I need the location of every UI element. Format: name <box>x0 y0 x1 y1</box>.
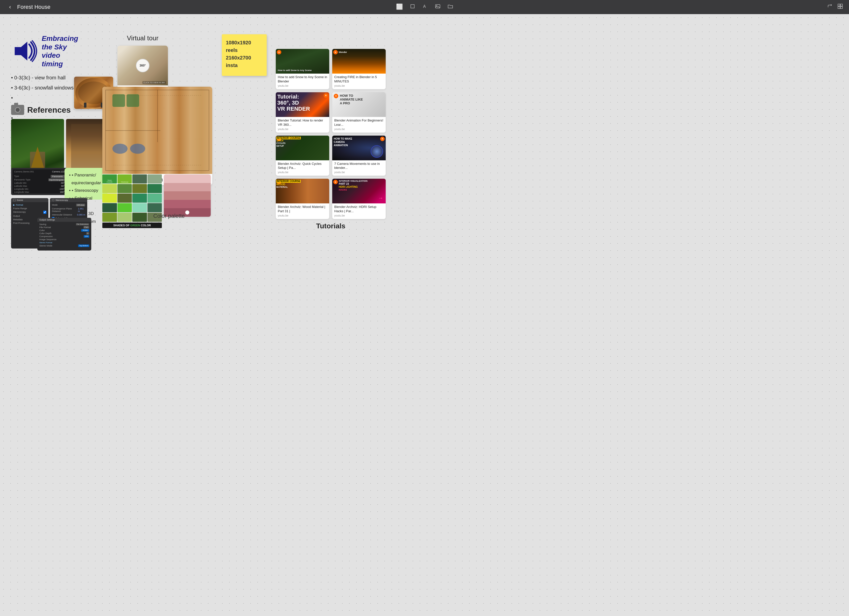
page-title: Forest House <box>17 4 51 10</box>
share-icon[interactable] <box>827 3 833 10</box>
tutorial-thumb-8: B INTERIOR VISUALIZATION PART 23 HDRI LI… <box>332 179 386 204</box>
titlebar: ‹ Forest House ⬜ A <box>0 0 849 14</box>
vt-thumbnail: 360° CLICK TO VIEW IN 360 <box>118 46 168 85</box>
tutorial-thumb-1: B How to add Snow to Any Scene <box>276 49 329 74</box>
svg-rect-8 <box>13 199 15 201</box>
sticky-line-1: 1080x1920 reels <box>226 39 263 54</box>
sticky-line-2: 2160x2700 insta <box>226 54 263 69</box>
color-cell-seafoam <box>147 193 162 202</box>
virtual-tour-title: Virtual tour <box>118 34 168 42</box>
color-cell-fern <box>118 184 132 193</box>
stereo-options-card: • Panoramic/ equirectangular • Stereosco… <box>64 168 107 199</box>
tutorial-info-4: Blender Animation For Beginners! Lear...… <box>332 117 386 132</box>
stereo-item-2: • Stereoscopy <box>69 187 103 195</box>
color-cell-basil <box>133 213 147 222</box>
tutorial-thumb-6: HOW TO MAKECAMERAANIMATION B <box>332 135 386 160</box>
output-panel-body: Saving File Extensions File Format PNG C… <box>37 222 91 248</box>
color-cell-pine <box>102 203 117 212</box>
tutorial-card-7[interactable]: B INTERIOR COURSE WOOD MATERIAL Blender … <box>276 179 329 219</box>
tutorial-title-2: Creating FIRE in Blender in 5 MINUTES <box>334 75 384 84</box>
color-banner: SHADES OF GREEN COLOR <box>102 223 162 228</box>
svg-rect-5 <box>838 7 840 9</box>
color-cell-sage <box>147 174 162 183</box>
back-button[interactable]: ‹ <box>6 3 14 11</box>
svg-point-9 <box>52 199 54 201</box>
titlebar-right <box>827 3 843 10</box>
color-palette-title: Color palette <box>153 213 185 219</box>
tutorial-card-2[interactable]: B blender Creating FIRE in Blender in 5 … <box>332 49 386 89</box>
vt-click-label: CLICK TO VIEW IN 360 <box>142 81 166 84</box>
image-icon[interactable] <box>435 3 441 10</box>
cam-row-lon-max: Longitude Max 180° <box>14 191 64 193</box>
sound-item-1: 0-3(3c) - view from hall <box>11 73 78 83</box>
tutorial-card-5[interactable]: B INTERIOR COURSE QUICK CYCLES SETUP Ble… <box>276 135 329 176</box>
tutorial-url-6: youtu.be <box>334 171 384 174</box>
cam-row-lat: Latitude Min -90° <box>14 182 64 184</box>
tutorial-info-3: Blender Tutorial: How to render VR 360..… <box>276 117 329 132</box>
color-cell-mint <box>133 203 147 212</box>
svg-rect-3 <box>838 4 840 6</box>
speaker-icon <box>11 40 38 62</box>
color-palette-section: Green#119191 Chartreuse <box>102 174 162 228</box>
color-cell-parakeet <box>118 203 132 212</box>
tutorial-card-3[interactable]: Tutorial:360°, 3DVR RENDER B Blender Tut… <box>276 92 329 132</box>
tutorial-title-8: Blender Archviz: HDRI Setup Hacks | Par.… <box>334 205 384 213</box>
color-cell-pistachio <box>118 213 132 222</box>
cam-row-1: Camera.Stereo.001 Camera.122 <box>14 170 64 173</box>
tutorial-title-4: Blender Animation For Beginners! Lear... <box>334 119 384 127</box>
camera-settings-inner: Camera.Stereo.001 Camera.122 Type Panora… <box>13 170 66 193</box>
color-cell-lime <box>102 184 117 193</box>
references-title: References <box>27 106 71 115</box>
swatches-section <box>164 174 211 217</box>
svg-rect-1 <box>436 4 440 8</box>
frame-icon[interactable]: ⬜ <box>396 3 403 10</box>
tutorial-url-8: youtu.be <box>334 214 384 217</box>
scene-panel-title: Scene <box>16 199 23 201</box>
tutorial-card-4[interactable]: B HOW TOANIMATE LIKEA PRO Blender Animat… <box>332 92 386 132</box>
swatch-4 <box>164 200 211 208</box>
tutorial-info-8: Blender Archviz: HDRI Setup Hacks | Par.… <box>332 204 386 219</box>
tutorial-url-4: youtu.be <box>334 128 384 131</box>
stereoscopy-checkbox[interactable] <box>43 211 46 214</box>
cam-row-lon: Longitude Min -180° <box>14 188 64 190</box>
tutorial-title-6: 7 Camera Movements to use in blender... <box>334 162 384 170</box>
color-cell-juniper <box>133 174 147 183</box>
yellow-sticky-note: 1080x1920 reels 2160x2700 insta <box>222 34 267 76</box>
tutorial-card-8[interactable]: B INTERIOR VISUALIZATION PART 23 HDRI LI… <box>332 179 386 219</box>
color-cell-emerald <box>147 184 162 193</box>
tutorial-url-5: youtu.be <box>278 171 327 174</box>
camera-settings-card: Camera.Stereo.001 Camera.122 Type Panora… <box>11 168 67 195</box>
shape-icon[interactable] <box>410 3 416 10</box>
sound-item-2: 3-6(3c) - snowfall windows <box>11 83 78 93</box>
sound-item-3 <box>11 93 78 103</box>
tutorial-title-5: Blender Archviz: Quick Cycles Setup | Pa… <box>278 162 327 170</box>
tutorial-card-1[interactable]: B How to add Snow to Any Scene How to ad… <box>276 49 329 89</box>
tutorial-thumb-7: B INTERIOR COURSE WOOD MATERIAL <box>276 179 329 204</box>
tutorial-thumb-5: B INTERIOR COURSE QUICK CYCLES SETUP <box>276 135 329 160</box>
tutorial-thumb-4: B HOW TOANIMATE LIKEA PRO <box>332 92 386 117</box>
floor-plan-image <box>102 87 212 174</box>
canvas[interactable]: Embracing the Sky video timing 0-3(3c) -… <box>0 14 849 616</box>
floor-plan-svg <box>102 87 212 174</box>
text-icon[interactable]: A <box>423 3 428 10</box>
grid-icon[interactable] <box>837 3 843 10</box>
reference-image-1 <box>11 119 64 174</box>
folder-icon[interactable] <box>448 3 453 10</box>
tutorial-info-1: How to add Snow to Any Scene in Blender … <box>276 74 329 89</box>
tutorial-url-7: youtu.be <box>278 214 327 217</box>
color-cell-green: Green#119191 <box>102 174 117 183</box>
svg-text:A: A <box>423 4 426 9</box>
tutorial-url-3: youtu.be <box>278 128 327 131</box>
cam-row-type: Type Panoramic <box>14 175 64 178</box>
tutorial-url-1: youtu.be <box>278 84 327 87</box>
sound-title: Embracing the Sky <box>42 34 78 51</box>
svg-rect-4 <box>840 4 842 6</box>
tutorial-url-2: youtu.be <box>334 84 384 87</box>
tutorial-card-6[interactable]: HOW TO MAKECAMERAANIMATION B 7 Camera Mo… <box>332 135 386 176</box>
tutorial-title-1: How to add Snow to Any Scene in Blender <box>278 75 327 84</box>
swatch-dot <box>185 210 189 214</box>
tutorials-grid: B How to add Snow to Any Scene How to ad… <box>276 49 386 219</box>
tutorial-info-7: Blender Archviz: Wood Material | Part 31… <box>276 204 329 219</box>
cam-row-pano: Panoramic Type Equirectangular <box>14 179 64 181</box>
floor-plan-card: Plan <box>102 87 212 185</box>
